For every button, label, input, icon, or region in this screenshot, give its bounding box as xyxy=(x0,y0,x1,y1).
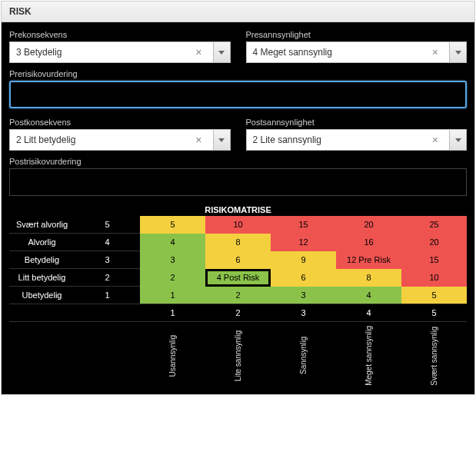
matrix-col-num: 4 xyxy=(336,304,401,322)
panel-title: RISK xyxy=(2,2,474,22)
matrix-col-num: 5 xyxy=(401,304,467,322)
clear-icon[interactable]: × xyxy=(191,46,206,58)
post-consequence-value: 2 Litt betydelig xyxy=(16,134,75,145)
matrix-row-label: Litt betydelig xyxy=(9,269,75,287)
clear-icon[interactable]: × xyxy=(428,46,443,58)
matrix-cell: 5 xyxy=(401,287,467,304)
matrix-cell: 6 xyxy=(271,269,336,287)
matrix-row-label: Alvorlig xyxy=(9,234,75,251)
matrix-row-num: 5 xyxy=(75,216,140,234)
risk-panel: RISK Prekonsekvens 3 Betydelig × Presann… xyxy=(1,1,475,395)
pre-probability-select[interactable]: 4 Meget sannsynlig × xyxy=(246,41,451,63)
pre-consequence-value: 3 Betydelig xyxy=(16,47,62,58)
post-probability-value: 2 Lite sannsynlig xyxy=(253,134,321,145)
matrix-cell: 10 xyxy=(401,269,467,287)
pre-probability-value: 4 Meget sannsynlig xyxy=(253,47,332,58)
matrix-col-label: Meget sannsynlig xyxy=(336,322,401,391)
matrix-row-num: 4 xyxy=(75,234,140,251)
matrix-cell: 15 xyxy=(271,216,336,234)
matrix-cell: 20 xyxy=(401,234,467,251)
matrix-cell: 20 xyxy=(336,216,401,234)
matrix-row-label: Svært alvorlig xyxy=(9,216,75,234)
matrix-cell: 8 xyxy=(205,234,271,251)
post-consequence-dropdown-button[interactable] xyxy=(214,129,231,151)
pre-consequence-select[interactable]: 3 Betydelig × xyxy=(9,41,214,63)
matrix-row-label: Betydelig xyxy=(9,251,75,269)
post-assessment-label: Postrisikovurdering xyxy=(9,157,467,166)
matrix-cell: 25 xyxy=(401,216,467,234)
panel-body: Prekonsekvens 3 Betydelig × Presannsynli… xyxy=(2,22,474,394)
matrix-col-label: Usannsynlig xyxy=(140,322,205,391)
post-consequence-label: Postkonsekvens xyxy=(9,118,231,127)
matrix-col-label: Lite sannsynlig xyxy=(205,322,271,391)
matrix-cell: 3 xyxy=(140,251,205,269)
matrix-col-num: 2 xyxy=(205,304,271,322)
matrix-cell: 12 xyxy=(271,234,336,251)
matrix-cell: 4 Post Risk xyxy=(205,269,271,287)
pre-assessment-input[interactable] xyxy=(9,81,467,108)
matrix-cell: 6 xyxy=(205,251,271,269)
matrix-cell: 2 xyxy=(140,269,205,287)
matrix-cell: 4 xyxy=(140,234,205,251)
matrix-col-label: Svært sannsynlig xyxy=(401,322,467,391)
chevron-down-icon xyxy=(218,51,225,55)
chevron-down-icon xyxy=(455,51,461,55)
matrix-cell: 9 xyxy=(271,251,336,269)
pre-probability-dropdown-button[interactable] xyxy=(450,41,467,63)
post-assessment-input[interactable] xyxy=(9,168,467,196)
matrix-cell: 12 Pre Risk xyxy=(336,251,401,269)
matrix-title: RISIKOMATRISE xyxy=(9,205,467,214)
post-consequence-select[interactable]: 2 Litt betydelig × xyxy=(9,129,214,151)
clear-icon[interactable]: × xyxy=(428,134,443,146)
clear-icon[interactable]: × xyxy=(191,134,206,146)
chevron-down-icon xyxy=(455,138,461,142)
matrix-col-num: 3 xyxy=(271,304,336,322)
pre-consequence-label: Prekonsekvens xyxy=(9,30,231,39)
matrix-cell: 10 xyxy=(205,216,271,234)
matrix-cell: 16 xyxy=(336,234,401,251)
post-probability-select[interactable]: 2 Lite sannsynlig × xyxy=(246,129,451,151)
post-probability-dropdown-button[interactable] xyxy=(450,129,467,151)
matrix-cell: 1 xyxy=(140,287,205,304)
pre-consequence-dropdown-button[interactable] xyxy=(214,41,231,63)
matrix-row-label: Ubetydelig xyxy=(9,287,75,304)
risk-matrix: Svært alvorlig5510152025Alvorlig44812162… xyxy=(9,216,467,391)
post-probability-label: Postsannsynlighet xyxy=(246,118,468,127)
matrix-cell: 8 xyxy=(336,269,401,287)
matrix-row-num: 3 xyxy=(75,251,140,269)
matrix-cell: 15 xyxy=(401,251,467,269)
matrix-cell: 2 xyxy=(205,287,271,304)
matrix-row-num: 1 xyxy=(75,287,140,304)
pre-probability-label: Presannsynlighet xyxy=(246,30,468,39)
chevron-down-icon xyxy=(218,138,225,142)
matrix-col-num: 1 xyxy=(140,304,205,322)
matrix-row-num: 2 xyxy=(75,269,140,287)
matrix-col-label: Sannsynlig xyxy=(271,322,336,391)
matrix-cell: 3 xyxy=(271,287,336,304)
matrix-cell: 5 xyxy=(140,216,205,234)
matrix-cell: 4 xyxy=(336,287,401,304)
pre-assessment-label: Prerisikovurdering xyxy=(9,69,467,78)
